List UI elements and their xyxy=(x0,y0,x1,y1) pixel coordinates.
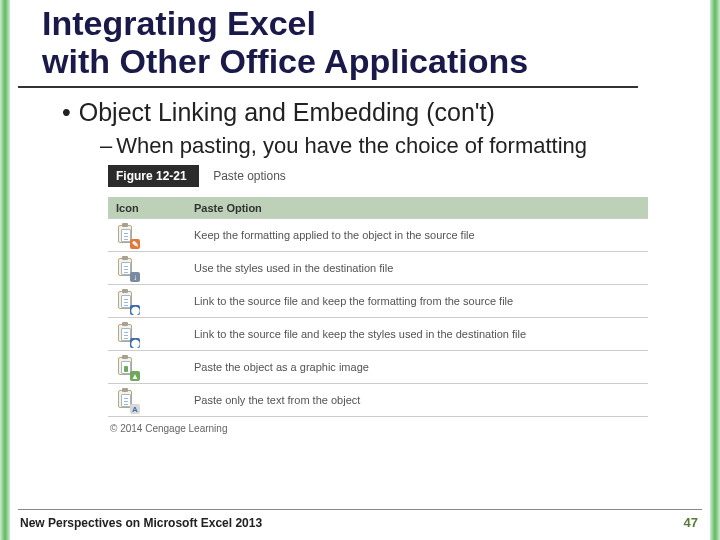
table-row: ⬤ Link to the source file and keep the s… xyxy=(108,318,648,351)
slide-content: Integrating Excel with Other Office Appl… xyxy=(18,0,702,540)
title-line-2: with Other Office Applications xyxy=(42,42,528,80)
figure: Figure 12-21 Paste options Icon Paste Op… xyxy=(108,165,702,417)
footer-book-title: New Perspectives on Microsoft Excel 2013 xyxy=(20,516,262,530)
bullet-level-1: •Object Linking and Embedding (con't) xyxy=(62,98,702,127)
paste-option-text: Link to the source file and keep the sty… xyxy=(186,324,648,344)
paste-as-picture-icon: ▲ xyxy=(116,355,138,379)
paste-icon-cell: ↓ xyxy=(108,252,186,284)
table-row: ↓ Use the styles used in the destination… xyxy=(108,252,648,285)
paste-icon-cell: ▲ xyxy=(108,351,186,383)
figure-label: Figure 12-21 xyxy=(108,165,199,187)
accent-bar-left xyxy=(0,0,10,540)
table-row: ⬤ Link to the source file and keep the f… xyxy=(108,285,648,318)
paste-icon-cell: A xyxy=(108,384,186,416)
bullet-dot-icon: • xyxy=(62,98,71,126)
bullet2-text: When pasting, you have the choice of for… xyxy=(116,133,587,158)
footer-divider xyxy=(18,509,702,510)
paste-option-text: Use the styles used in the destination f… xyxy=(186,258,648,278)
title-line-1: Integrating Excel xyxy=(42,4,316,42)
copyright-text: © 2014 Cengage Learning xyxy=(110,423,702,434)
table-row: ✎ Keep the formatting applied to the obj… xyxy=(108,219,648,252)
bullet-dash-icon: – xyxy=(100,133,112,158)
paste-option-text: Keep the formatting applied to the objec… xyxy=(186,225,648,245)
paste-icon-cell: ⬤ xyxy=(108,285,186,317)
paste-icon-cell: ✎ xyxy=(108,219,186,251)
paste-use-destination-styles-icon: ↓ xyxy=(116,256,138,280)
paste-icon-cell: ⬤ xyxy=(108,318,186,350)
paste-link-keep-source-formatting-icon: ⬤ xyxy=(116,289,138,313)
bullet1-text: Object Linking and Embedding (con't) xyxy=(79,98,495,126)
bullet-level-2: –When pasting, you have the choice of fo… xyxy=(100,133,702,159)
figure-caption: Paste options xyxy=(213,169,286,183)
paste-text-only-icon: A xyxy=(116,388,138,412)
header-icon: Icon xyxy=(108,198,186,218)
table-row: ▲ Paste the object as a graphic image xyxy=(108,351,648,384)
figure-table: Icon Paste Option ✎ Keep the formatting … xyxy=(108,197,648,417)
paste-option-text: Link to the source file and keep the for… xyxy=(186,291,648,311)
paste-option-text: Paste the object as a graphic image xyxy=(186,357,648,377)
header-option: Paste Option xyxy=(186,198,648,218)
table-header-row: Icon Paste Option xyxy=(108,197,648,219)
paste-option-text: Paste only the text from the object xyxy=(186,390,648,410)
table-row: A Paste only the text from the object xyxy=(108,384,648,417)
accent-bar-right xyxy=(710,0,720,540)
paste-keep-source-formatting-icon: ✎ xyxy=(116,223,138,247)
slide-title: Integrating Excel with Other Office Appl… xyxy=(18,0,638,88)
paste-link-use-destination-styles-icon: ⬤ xyxy=(116,322,138,346)
slide-number: 47 xyxy=(684,515,698,530)
